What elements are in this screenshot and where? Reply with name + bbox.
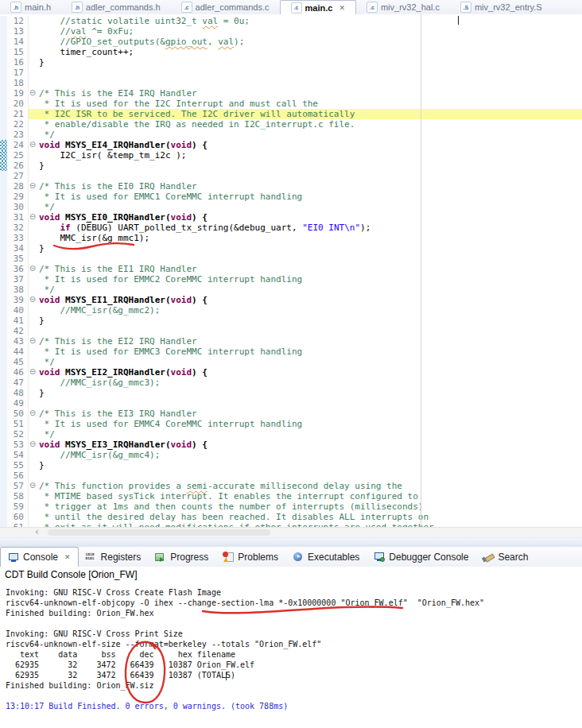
line-number[interactable]: 16 <box>7 57 28 68</box>
line-number[interactable]: 24 <box>7 140 28 150</box>
line-number[interactable]: 20 <box>7 99 28 109</box>
code-text[interactable]: I2C_isr( &temp_tm_i2c ); <box>37 150 582 161</box>
line-number[interactable]: 44 <box>7 347 28 357</box>
line-number[interactable]: 33 <box>7 233 28 243</box>
fold-collapse-icon[interactable]: ⊖ <box>28 212 37 223</box>
code-text[interactable]: if (DEBUG) UART_polled_tx_string(&debug_… <box>37 223 582 233</box>
code-text[interactable]: /* This is the EI1 IRQ Handler <box>37 264 582 274</box>
annotation-gutter[interactable] <box>0 99 7 109</box>
annotation-gutter[interactable] <box>0 26 7 37</box>
line-number[interactable]: 30 <box>7 202 28 212</box>
annotation-gutter[interactable] <box>0 326 7 336</box>
editor-tab-miv_rv32_hal.c[interactable]: .cmiv_rv32_hal.c <box>356 0 450 14</box>
annotation-gutter[interactable] <box>0 119 7 130</box>
annotation-gutter[interactable] <box>0 57 7 68</box>
code-text[interactable]: } <box>37 57 582 68</box>
scroll-left-arrow-icon[interactable]: ‹ <box>35 527 39 537</box>
code-text[interactable]: //static volatile uint32_t val = 0u; <box>37 16 582 26</box>
code-text[interactable]: //MMC_isr(&g_mmc3); <box>37 378 582 388</box>
code-text[interactable]: //GPIO_set_outputs(&gpio_out, val); <box>37 37 582 47</box>
annotation-gutter[interactable] <box>0 512 7 522</box>
code-text[interactable]: * I2C ISR to be serviced. The I2C driver… <box>37 109 582 119</box>
code-text[interactable]: void MSYS_EI4_IRQHandler(void) { <box>37 140 582 150</box>
annotation-gutter[interactable] <box>0 109 7 119</box>
line-number[interactable]: 22 <box>7 119 28 130</box>
annotation-gutter[interactable] <box>0 481 7 491</box>
code-text[interactable] <box>37 68 582 78</box>
line-number[interactable]: 52 <box>7 429 28 440</box>
code-text[interactable]: /* This is the EI2 IRQ Handler <box>37 336 582 347</box>
code-text[interactable]: } <box>37 243 582 254</box>
code-text[interactable]: //val ^= 0xFu; <box>37 26 582 37</box>
editor-tab-main.c[interactable]: .cmain.c✕ <box>280 0 356 14</box>
line-number[interactable]: 56 <box>7 470 28 481</box>
code-text[interactable]: */ <box>37 357 582 367</box>
code-text[interactable]: /* This function provides a semi-accurat… <box>37 481 582 491</box>
code-text[interactable]: * It is used for EMMC3 CoreMMC interrupt… <box>37 347 582 357</box>
editor-tab-adler_commands.h[interactable]: .hadler_commands.h <box>61 0 171 14</box>
fold-collapse-icon[interactable]: ⊖ <box>28 264 37 274</box>
code-text[interactable]: * MTIME based sysTick interrupt. It enab… <box>37 491 582 501</box>
line-number[interactable]: 46 <box>7 367 28 378</box>
line-number[interactable]: 31 <box>7 212 28 223</box>
annotation-gutter[interactable] <box>0 223 7 233</box>
annotation-gutter[interactable] <box>0 367 7 378</box>
code-text[interactable]: //MMC_isr(&g_mmc4); <box>37 450 582 460</box>
annotation-gutter[interactable] <box>0 305 7 316</box>
code-text[interactable]: //MMC_isr(&g_mmc2); <box>37 305 582 316</box>
annotation-gutter[interactable] <box>0 460 7 470</box>
line-number[interactable]: 25 <box>7 150 28 161</box>
console-tab-console[interactable]: Console✕ <box>0 547 79 567</box>
line-number[interactable]: 18 <box>7 78 28 88</box>
fold-collapse-icon[interactable]: ⊖ <box>28 295 37 305</box>
line-number[interactable]: 59 <box>7 501 28 512</box>
fold-collapse-icon[interactable]: ⊖ <box>28 409 37 419</box>
code-text[interactable]: void MSYS_EI0_IRQHandler(void) { <box>37 212 582 223</box>
annotation-gutter[interactable] <box>0 130 7 140</box>
code-text[interactable]: void MSYS_EI3_IRQHandler(void) { <box>37 440 582 450</box>
code-text[interactable]: MMC_isr(&g_mmc1); <box>37 233 582 243</box>
annotation-gutter[interactable] <box>0 274 7 285</box>
line-number[interactable]: 19 <box>7 88 28 99</box>
annotation-gutter[interactable] <box>0 347 7 357</box>
line-number[interactable]: 35 <box>7 254 28 264</box>
annotation-gutter[interactable] <box>0 78 7 88</box>
annotation-gutter[interactable] <box>0 285 7 295</box>
line-number[interactable]: 36 <box>7 264 28 274</box>
line-number[interactable]: 28 <box>7 181 28 192</box>
code-text[interactable] <box>37 398 582 409</box>
annotation-gutter[interactable] <box>0 419 7 429</box>
line-number[interactable]: 47 <box>7 378 28 388</box>
code-text[interactable]: } <box>37 460 582 470</box>
annotation-gutter[interactable] <box>0 47 7 57</box>
line-number[interactable]: 43 <box>7 336 28 347</box>
code-text[interactable]: */ <box>37 429 582 440</box>
line-number[interactable]: 57 <box>7 481 28 491</box>
code-text[interactable]: void MSYS_EI2_IRQHandler(void) { <box>37 367 582 378</box>
console-tab-debugger-console[interactable]: Debugger Console <box>367 547 475 567</box>
fold-collapse-icon[interactable]: ⊖ <box>28 140 37 150</box>
annotation-gutter[interactable] <box>0 264 7 274</box>
annotation-gutter[interactable] <box>0 16 7 26</box>
annotation-gutter[interactable] <box>0 233 7 243</box>
annotation-gutter[interactable] <box>0 440 7 450</box>
code-text[interactable]: /* This is the EI3 IRQ Handler <box>37 409 582 419</box>
code-text[interactable]: * It is used for EMMC1 CoreMMC interrupt… <box>37 192 582 202</box>
line-number[interactable]: 58 <box>7 491 28 501</box>
console-output[interactable]: Invoking: GNU RISC-V Cross Create Flash … <box>0 583 582 728</box>
code-text[interactable] <box>37 171 582 181</box>
line-number[interactable]: 27 <box>7 171 28 181</box>
line-number[interactable]: 39 <box>7 295 28 305</box>
line-number[interactable]: 32 <box>7 223 28 233</box>
annotation-gutter[interactable] <box>0 68 7 78</box>
annotation-gutter[interactable] <box>0 470 7 481</box>
annotation-gutter[interactable] <box>0 316 7 326</box>
line-number[interactable]: 41 <box>7 316 28 326</box>
console-tab-progress[interactable]: Progress <box>148 547 215 567</box>
fold-collapse-icon[interactable]: ⊖ <box>28 440 37 450</box>
fold-collapse-icon[interactable]: ⊖ <box>28 336 37 347</box>
code-text[interactable]: * enable/disable the IRQ as needed in I2… <box>37 119 582 130</box>
code-text[interactable]: * trigger at 1ms and then counts the num… <box>37 501 582 512</box>
line-number[interactable]: 60 <box>7 512 28 522</box>
line-number[interactable]: 54 <box>7 450 28 460</box>
